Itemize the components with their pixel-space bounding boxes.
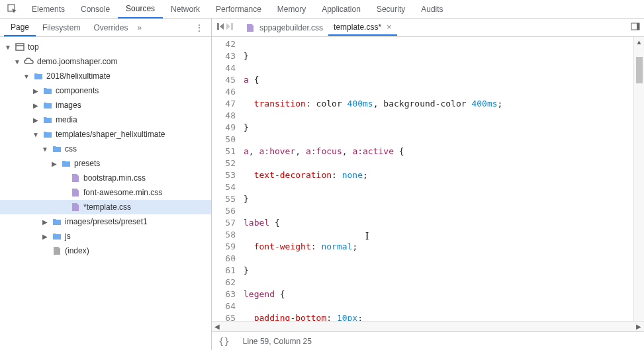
tree-folder[interactable]: ▶ images/presets/preset1 — [0, 214, 211, 229]
tree-label: presets — [74, 159, 100, 168]
tree-label: js — [65, 232, 71, 241]
tree-folder[interactable]: ▶ presets — [0, 156, 211, 171]
file-tree: ▼ top ▼ demo.joomshaper.com ▼ 2018/helix… — [0, 37, 211, 350]
frame-icon — [15, 42, 25, 52]
tree-folder[interactable]: ▼ css — [0, 142, 211, 156]
css-file-icon — [70, 202, 81, 212]
svg-rect-1 — [16, 44, 24, 50]
tree-folder[interactable]: ▼ templates/shaper_helixultimate — [0, 127, 211, 142]
nav-forward-icon[interactable] — [225, 22, 234, 32]
svg-rect-4 — [231, 23, 233, 30]
navigator-subtabs: Page Filesystem Overrides » ⋮ — [0, 19, 211, 37]
toggle-sidebar-icon[interactable] — [631, 22, 640, 32]
tab-memory[interactable]: Memory — [269, 1, 314, 18]
tree-label: templates/shaper_helixultimate — [56, 130, 165, 139]
expand-arrow-icon[interactable]: ▶ — [32, 102, 40, 109]
navigator-panel: Page Filesystem Overrides » ⋮ ▼ top ▼ de… — [0, 19, 212, 350]
editor-file-tabs: sppagebuilder.css template.css* × — [212, 19, 644, 37]
expand-arrow-icon[interactable]: ▼ — [13, 58, 21, 66]
pretty-print-icon[interactable]: {} — [218, 336, 230, 347]
more-options-icon[interactable]: ⋮ — [191, 23, 207, 32]
horizontal-scrollbar[interactable]: ◀ ▶ — [212, 321, 644, 331]
svg-rect-6 — [637, 23, 639, 30]
expand-arrow-icon[interactable]: ▼ — [41, 146, 49, 153]
devtools-main-tabs: Elements Console Sources Network Perform… — [0, 0, 644, 19]
css-file-icon — [70, 187, 81, 198]
editor-status-bar: {} Line 59, Column 25 — [212, 331, 644, 350]
tree-file[interactable]: (index) — [0, 243, 211, 258]
folder-icon — [42, 85, 53, 96]
tree-file-selected[interactable]: *template.css — [0, 200, 211, 214]
main-split: Page Filesystem Overrides » ⋮ ▼ top ▼ de… — [0, 19, 644, 350]
subtab-overrides[interactable]: Overrides — [87, 20, 134, 36]
tree-label: images — [56, 101, 81, 110]
tab-security[interactable]: Security — [369, 1, 413, 18]
svg-rect-3 — [217, 23, 219, 30]
folder-icon — [52, 231, 62, 241]
tab-sources[interactable]: Sources — [118, 0, 163, 19]
scroll-right-icon[interactable]: ▶ — [633, 323, 644, 330]
tree-folder[interactable]: ▶ components — [0, 83, 211, 98]
tab-network[interactable]: Network — [163, 1, 208, 18]
tab-audits[interactable]: Audits — [413, 1, 451, 18]
file-tab-sppagebuilder[interactable]: sppagebuilder.css — [241, 21, 328, 35]
expand-arrow-icon[interactable]: ▼ — [23, 73, 30, 80]
tab-console[interactable]: Console — [73, 1, 118, 18]
expand-arrow-icon[interactable]: ▶ — [41, 218, 49, 226]
scrollbar-thumb[interactable] — [636, 57, 643, 83]
code-content[interactable]: } a { transition: color 400ms, backgroun… — [244, 37, 644, 321]
tree-file[interactable]: bootstrap.min.css — [0, 171, 211, 185]
expand-arrow-icon[interactable]: ▶ — [32, 87, 40, 95]
tree-label: media — [56, 115, 77, 124]
tree-folder[interactable]: ▶ js — [0, 229, 211, 243]
tree-label: demo.joomshaper.com — [37, 57, 117, 66]
line-gutter: 4243444546474849505152535455565758596061… — [212, 37, 244, 321]
tree-label: font-awesome.min.css — [83, 188, 162, 197]
tree-label: top — [28, 42, 39, 52]
nav-back-icon[interactable] — [216, 22, 225, 32]
subtab-filesystem[interactable]: Filesystem — [36, 20, 87, 36]
tab-performance[interactable]: Performance — [208, 1, 269, 18]
css-file-icon — [246, 23, 255, 32]
tree-folder[interactable]: ▶ media — [0, 112, 211, 127]
nav-history — [216, 22, 234, 32]
tree-label: *template.css — [83, 202, 131, 212]
tree-file[interactable]: font-awesome.min.css — [0, 185, 211, 200]
expand-arrow-icon[interactable]: ▼ — [4, 44, 12, 51]
expand-arrow-icon[interactable]: ▶ — [41, 233, 49, 240]
scroll-up-icon[interactable]: ▲ — [634, 37, 644, 48]
code-editor[interactable]: 4243444546474849505152535455565758596061… — [212, 37, 644, 321]
close-tab-icon[interactable]: × — [387, 22, 392, 32]
file-tab-label: sppagebuilder.css — [259, 23, 323, 32]
folder-icon — [52, 144, 62, 154]
folder-icon — [61, 158, 71, 169]
tree-node-top[interactable]: ▼ top — [0, 40, 211, 54]
vertical-scrollbar[interactable]: ▲ — [633, 37, 644, 321]
tab-application[interactable]: Application — [314, 1, 369, 18]
subtab-page[interactable]: Page — [4, 19, 36, 36]
tab-elements[interactable]: Elements — [24, 1, 73, 18]
editor-panel: sppagebuilder.css template.css* × 424344… — [212, 19, 644, 350]
document-icon — [52, 245, 62, 256]
folder-icon — [42, 129, 53, 140]
folder-icon — [42, 100, 53, 110]
css-file-icon — [70, 173, 81, 183]
tree-label: css — [65, 144, 77, 153]
folder-icon — [33, 71, 44, 81]
tree-node-domain[interactable]: ▼ demo.joomshaper.com — [0, 54, 211, 69]
inspect-element-icon[interactable] — [5, 2, 20, 17]
tree-folder[interactable]: ▶ images — [0, 98, 211, 112]
tree-label: components — [56, 86, 99, 95]
scroll-left-icon[interactable]: ◀ — [212, 323, 222, 330]
chevron-right-icon[interactable]: » — [137, 23, 142, 32]
folder-icon — [52, 216, 62, 227]
tree-label: images/presets/preset1 — [65, 217, 148, 226]
text-cursor-icon: I — [365, 230, 369, 242]
expand-arrow-icon[interactable]: ▼ — [32, 131, 40, 138]
expand-arrow-icon[interactable]: ▶ — [32, 116, 40, 124]
expand-arrow-icon[interactable]: ▶ — [50, 160, 58, 167]
file-tab-label: template.css* — [334, 22, 381, 32]
tree-label: (index) — [65, 246, 89, 255]
tree-folder[interactable]: ▼ 2018/helixultimate — [0, 69, 211, 83]
file-tab-template[interactable]: template.css* × — [328, 19, 397, 36]
